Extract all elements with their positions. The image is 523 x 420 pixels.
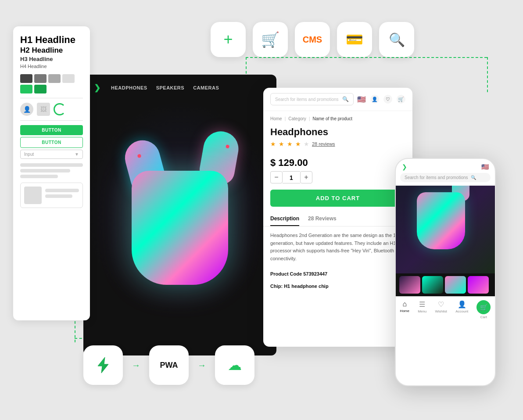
brand-logo: ❯ [94,83,100,93]
search-input-box[interactable]: Search for items and promotions 🔍 [270,93,354,105]
airpods-product-image [118,127,241,294]
skeleton-line-1 [20,163,83,167]
browser-nav: ❯ HEADPHONES SPEAKERS CAMERAS [83,75,276,101]
breadcrumb-category[interactable]: Category [288,116,306,121]
swatch-lighter [62,74,75,83]
chevron-down-icon: ▼ [75,152,79,157]
mobile-phone-mockup: ❯ 🇺🇸 Search for items and promotions 🔍 ⌂… [395,158,496,386]
main-scene: H1 Headline H2 Headline H3 Headline H4 H… [0,0,523,420]
tab-description[interactable]: Description [270,212,299,226]
nav-link-speakers[interactable]: SPEAKERS [156,85,185,90]
search-app-icon[interactable]: 🔍 [379,22,414,57]
lightning-feature-icon[interactable] [83,345,123,385]
phone-nav-cart[interactable]: 🛒 Cart [476,300,491,319]
skeleton-line-3 [20,175,58,178]
account-label: Account [455,309,468,313]
product-code: Product Code 573923447 [263,268,412,280]
swatch-green [20,85,32,93]
phone-nav-account[interactable]: 👤 Account [455,300,468,319]
add-to-cart-button[interactable]: ADD TO CART [270,190,405,207]
loading-icon [54,103,66,115]
wishlist-icon[interactable]: ♡ [383,95,392,104]
tab-reviews[interactable]: 28 Reviews [308,212,337,226]
cart-detail-icon[interactable]: 🛒 [397,95,405,104]
quantity-increase-button[interactable]: + [300,171,312,183]
product-browser: ❯ HEADPHONES SPEAKERS CAMERAS [83,75,276,355]
cloud-feature-icon[interactable]: ☁ [215,345,254,385]
menu-label: Menu [418,309,426,313]
breadcrumb-home[interactable]: Home [270,116,282,121]
filled-button[interactable]: BUTTON [20,125,83,135]
detail-icons-row: 🇺🇸 👤 ♡ 🛒 [357,95,405,104]
stars-row: ★ ★ ★ ★ ★ 28 reviews [270,140,405,147]
swatch-mid [34,74,47,83]
product-description: Headphones 2nd Generation are the same d… [263,226,412,268]
outline-button[interactable]: BUTTON [20,137,83,148]
breadcrumb-sep-1: | [285,116,286,121]
star-3: ★ [287,140,293,147]
cart-fab-icon[interactable]: 🛒 [476,300,491,314]
phone-search-text: Search for items and promotions [405,175,468,180]
detail-search-bar: Search for items and promotions 🔍 🇺🇸 👤 ♡… [263,88,412,111]
cart-fab-symbol: 🛒 [480,304,487,311]
sg-h1: H1 Headline [20,34,83,46]
sg-h3: H3 Headline [20,55,83,63]
product-price: $ 129.00 [263,154,412,171]
breadcrumb-current: Name of the product [312,116,352,121]
phone-thumb-1[interactable] [399,276,420,294]
quantity-row: − 1 + [263,171,412,188]
cms-text-icon: CMS [303,35,322,45]
nav-link-cameras[interactable]: CAMERAS [193,85,219,90]
phone-bottom-nav: ⌂ Home ☰ Menu ♡ Wishlist 👤 Account 🛒 Car… [396,296,495,323]
nav-link-headphones[interactable]: HEADPHONES [111,85,147,90]
product-code-value: 573923447 [303,271,327,276]
phone-thumbnails [396,273,495,296]
arrow-right-1: → [132,360,140,370]
lightning-svg [93,355,113,375]
phone-search-bar[interactable]: Search for items and promotions 🔍 [400,173,491,182]
airpod-left-dot [137,154,142,158]
cms-app-icon[interactable]: CMS [295,22,330,57]
divider-1 [20,98,83,98]
account-icon: 👤 [458,300,466,309]
top-icons-row: + 🛒 CMS 💳 🔍 [211,22,414,57]
heart-icon: ♡ [438,300,444,309]
bottom-icons-row: → PWA → ☁ [83,345,254,385]
search-placeholder-text: Search for items and promotions [275,97,339,102]
phone-logo-icon: ❯ [402,163,407,170]
cart-app-icon[interactable]: 🛒 [253,22,288,57]
divider-2 [20,120,83,121]
breadcrumb-sep-2: | [309,116,310,121]
star-5: ★ [304,140,309,147]
phone-thumb-3[interactable] [445,276,466,294]
payment-app-icon[interactable]: 💳 [337,22,372,57]
input-label: Input [24,152,34,157]
pwa-feature-icon[interactable]: PWA [149,345,189,385]
phone-nav-menu[interactable]: ☰ Menu [418,300,426,319]
skeleton-lines [20,163,83,178]
user-account-icon[interactable]: 👤 [370,95,379,104]
cart-icon: 🛒 [261,31,279,48]
phone-thumb-2[interactable] [422,276,443,294]
product-title-area: Headphones ★ ★ ★ ★ ★ 28 reviews [263,124,412,154]
product-tabs: Description 28 Reviews [263,212,412,226]
menu-icon: ☰ [419,300,425,309]
phone-flag-icon: 🇺🇸 [481,163,489,170]
star-4: ★ [295,140,301,147]
sg-h4: H4 Headline [20,64,83,69]
cart-label: Cart [480,315,487,319]
product-image-area [83,101,276,320]
plus-app-icon[interactable]: + [211,22,246,57]
phone-product-image [396,186,495,273]
card-line-1 [45,189,79,192]
star-1: ★ [270,140,276,147]
brand-chevron-icon: ❯ [94,83,100,92]
phone-nav-wishlist[interactable]: ♡ Wishlist [435,300,447,319]
reviews-link[interactable]: 28 reviews [312,141,335,147]
phone-thumb-4[interactable] [468,276,489,294]
flag-icon: 🇺🇸 [357,95,366,104]
style-guide-panel: H1 Headline H2 Headline H3 Headline H4 H… [13,26,90,320]
phone-airpods-container [417,192,474,267]
quantity-decrease-button[interactable]: − [270,171,283,183]
phone-nav-home[interactable]: ⌂ Home [400,300,409,319]
